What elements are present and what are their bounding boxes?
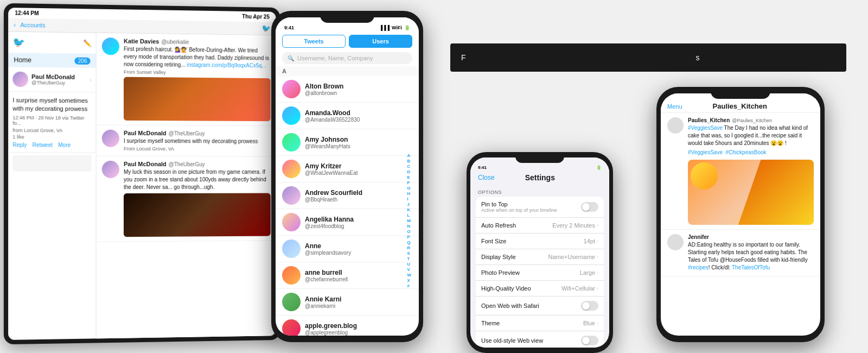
- settings-row-theme[interactable]: Theme Blue ›: [476, 316, 604, 331]
- list-item[interactable]: Anne @simpleandsavory: [276, 236, 419, 262]
- user-info: Angelika Hanna @zest4foodblog: [305, 216, 412, 229]
- list-item[interactable]: apple.green.blog @applegreenblog: [276, 316, 419, 336]
- profile-handle: @TheUberGuy: [31, 80, 86, 86]
- user-info: Amy Johnson @WearsManyHats: [305, 136, 412, 149]
- list-item[interactable]: Amanda.Wood @AmandaW36522830: [276, 103, 419, 129]
- feed-title: Paulies_Kitchen: [713, 102, 767, 110]
- food-circle: [691, 162, 718, 190]
- settings-group: Pin to Top Active when on top of your ti…: [476, 197, 604, 348]
- recipes-link[interactable]: #recipes: [688, 264, 709, 270]
- user-name: Anne: [305, 242, 412, 250]
- tweet-handle: @TheUberGuy: [169, 130, 205, 136]
- list-item[interactable]: Annie Karni @anniekarni: [276, 289, 419, 316]
- list-item[interactable]: Amy Kritzer @WhatJewWannaEat: [276, 156, 419, 182]
- user-name: Andrew Scourfield: [305, 189, 412, 197]
- user-info: Anne @simpleandsavory: [305, 242, 412, 256]
- user-avatar: [282, 239, 301, 258]
- fontsize-value: 14pt ›: [584, 238, 598, 244]
- compose-icon[interactable]: ✏️: [84, 40, 92, 47]
- phone2-notch: [515, 152, 564, 163]
- settings-row-oldweb: Use old-style Web view: [476, 331, 604, 348]
- home-label: Home: [14, 56, 31, 64]
- tweet-name: Paul McDonald: [124, 130, 167, 136]
- tweet-name: Paul McDonald: [124, 161, 167, 167]
- tweet-body: Paul McDonald @TheUberGuy I surprise mys…: [124, 130, 271, 152]
- autorefresh-label: Auto Refresh: [481, 222, 516, 229]
- my-tweet-from: from Locust Grove, VA: [12, 128, 91, 134]
- menu-button[interactable]: Menu: [667, 103, 682, 110]
- users-tab[interactable]: Users: [349, 35, 412, 48]
- tablet-day: Thu Apr 25: [242, 14, 270, 20]
- autorefresh-value-text: Every 2 Minutes: [552, 222, 595, 229]
- settings-row-hqvideo[interactable]: High-Quality Video Wifi+Cellular ›: [476, 281, 604, 297]
- photopreview-value-text: Large: [580, 269, 595, 276]
- tweet-body: Paul McDonald @TheUberGuy My luck this s…: [124, 161, 271, 237]
- user-avatar: [282, 213, 301, 231]
- tweet-item: Paul McDonald @TheUberGuy I surprise mys…: [97, 125, 276, 157]
- settings-row-photopreview[interactable]: Photo Preview Large ›: [476, 265, 604, 281]
- user-info: Alton Brown @altonbrown: [305, 83, 412, 96]
- twitter-bird-sidebar-icon: 🐦: [12, 36, 25, 49]
- tweet-name: Katie Davies: [124, 38, 159, 45]
- settings-row-pin: Pin to Top Active when on top of your ti…: [476, 197, 604, 218]
- list-item[interactable]: Andrew Scourfield @BbqHiraeth: [276, 182, 419, 209]
- tweet-likes: 1 like: [12, 134, 91, 140]
- ad-placeholder: [12, 155, 91, 171]
- tweet-body: Katie Davies @uberkatie First profesh ha…: [124, 38, 271, 122]
- more-action[interactable]: More: [58, 142, 71, 148]
- pin-subtitle: Active when on top of your timeline: [481, 207, 557, 213]
- settings-row-displaystyle[interactable]: Display Style Name+Username ›: [476, 249, 604, 265]
- battery-icon: 🔋: [404, 25, 410, 30]
- autorefresh-value: Every 2 Minutes ›: [552, 222, 598, 229]
- chevron-right-icon: ›: [597, 286, 598, 291]
- user-handle: @chefanneburrell: [305, 276, 412, 282]
- user-handle: @zest4foodblog: [305, 223, 412, 229]
- phone1-notch: [320, 11, 374, 23]
- header-text: F s: [461, 53, 700, 62]
- link-veggiessave[interactable]: #VeggiesSave: [688, 149, 723, 155]
- list-item[interactable]: Alton Brown @altonbrown: [276, 76, 419, 103]
- p3-tweet-item: Jennifer AD:Eating healthy is so importa…: [661, 230, 820, 276]
- oldweb-label: Use old-style Web view: [481, 337, 543, 344]
- chevron-right-icon: ›: [90, 76, 92, 84]
- user-name: Angelika Hanna: [305, 216, 412, 223]
- list-item[interactable]: Amy Johnson @WearsManyHats: [276, 129, 419, 156]
- tweets-tab[interactable]: Tweets: [282, 35, 346, 48]
- tweet-image: [124, 193, 271, 237]
- reply-action[interactable]: Reply: [12, 142, 27, 148]
- settings-section-options: OPTIONS: [476, 186, 604, 197]
- tweet-handle: @uberkatie: [161, 39, 189, 45]
- user-name: apple.green.blog: [305, 322, 412, 330]
- back-arrow-icon[interactable]: ‹: [14, 22, 16, 28]
- phone1-search-bar[interactable]: 🔍 Username, Name, Company: [282, 52, 412, 64]
- close-button[interactable]: Close: [478, 174, 495, 181]
- theme-value-text: Blue: [583, 320, 595, 326]
- user-handle: @altonbrown: [305, 90, 412, 96]
- status-icons: ▐▐▐ WiFi 🔋: [379, 25, 410, 30]
- tweet-image: [124, 77, 271, 122]
- alpha-section-a: A Alton Brown @altonbrown Amanda.Wood @A…: [276, 66, 419, 336]
- list-item[interactable]: anne burrell @chefanneburrell: [276, 262, 419, 289]
- list-item[interactable]: Angelika Hanna @zest4foodblog: [276, 209, 419, 236]
- pin-toggle[interactable]: [581, 202, 598, 212]
- user-info: Amy Kritzer @WhatJewWannaEat: [305, 162, 412, 176]
- settings-row-fontsize[interactable]: Font Size 14pt ›: [476, 234, 604, 249]
- fontsize-label: Font Size: [481, 238, 506, 244]
- talesoftofu-link[interactable]: TheTalesOfTofu: [732, 264, 770, 270]
- accounts-link[interactable]: Accounts: [20, 22, 45, 29]
- link-chickpeasbook[interactable]: #ChickpeasBook: [726, 149, 767, 155]
- p3-tweet-links: #VeggiesSave #ChickpeasBook: [688, 149, 814, 156]
- tablet-device: 12:44 PM Thu Apr 25 ‹ Accounts 🐦 🐦 ✏️ Ho…: [4, 3, 280, 344]
- pin-to-top-label: Pin to Top: [481, 201, 557, 207]
- safari-toggle[interactable]: [581, 301, 598, 311]
- oldweb-toggle[interactable]: [581, 336, 598, 345]
- retweet-action[interactable]: Retweet: [33, 142, 53, 148]
- sidebar-home-item[interactable]: Home 206: [8, 53, 96, 68]
- user-name: Amy Johnson: [305, 136, 412, 143]
- chevron-right-icon: ›: [597, 320, 598, 326]
- phone3-device: Menu Paulies_Kitchen Paulies_Kitchen @Pa…: [656, 87, 825, 342]
- displaystyle-value: Name+Username ›: [548, 254, 598, 260]
- status-time: 9:41: [284, 25, 294, 30]
- settings-row-autorefresh[interactable]: Auto Refresh Every 2 Minutes ›: [476, 218, 604, 234]
- user-info: anne burrell @chefanneburrell: [305, 269, 412, 282]
